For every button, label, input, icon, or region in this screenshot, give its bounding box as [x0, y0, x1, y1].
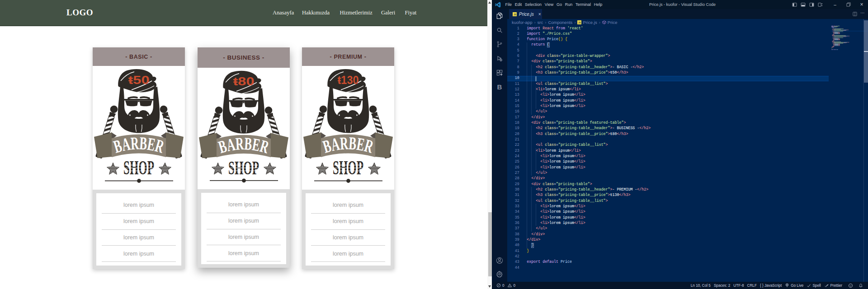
svg-text:ŧ50: ŧ50	[128, 73, 150, 87]
svg-text:JS: JS	[578, 21, 581, 24]
svg-text:ŧ80: ŧ80	[233, 75, 255, 88]
svg-text:ŧ130: ŧ130	[338, 73, 359, 87]
svg-text:JS: JS	[514, 13, 517, 16]
